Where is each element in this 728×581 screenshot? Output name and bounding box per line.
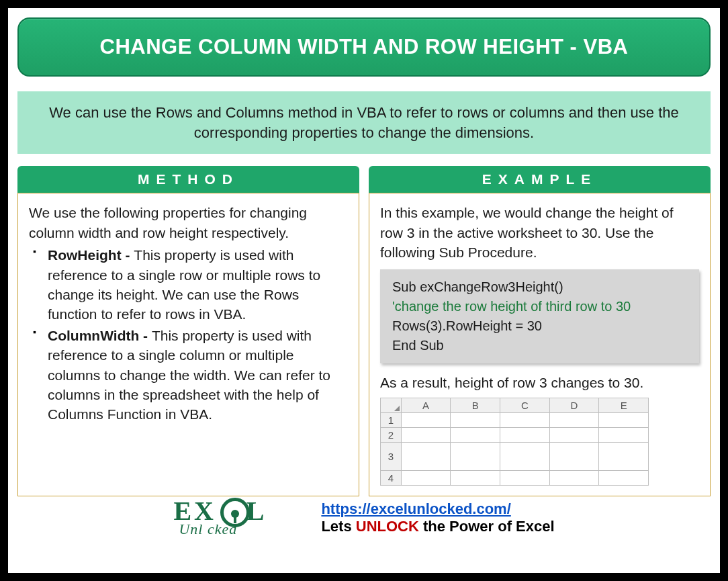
cell [401, 427, 451, 442]
code-block: Sub exChangeRow3Height() 'change the row… [380, 269, 699, 363]
col-header: B [451, 398, 500, 412]
row-header: 1 [381, 412, 402, 427]
code-line: Sub exChangeRow3Height() [392, 277, 687, 297]
cell [549, 442, 599, 470]
cell [500, 442, 550, 470]
cell [599, 442, 649, 470]
cell [549, 470, 599, 485]
cell [549, 412, 599, 427]
cell [401, 442, 451, 470]
method-tab: METHOD [17, 166, 359, 193]
example-panel: In this example, we would change the hei… [369, 193, 711, 496]
sheet-corner [381, 398, 402, 412]
cell [451, 427, 500, 442]
code-comment: 'change the row height of third row to 3… [392, 297, 687, 316]
cell [401, 470, 451, 485]
columns-wrap: METHOD We use the following properties f… [17, 166, 711, 496]
code-line: Rows(3).RowHeight = 30 [392, 316, 687, 336]
cell [500, 412, 550, 427]
document-card: CHANGE COLUMN WIDTH AND ROW HEIGHT - VBA… [0, 0, 728, 581]
example-tab: EXAMPLE [369, 166, 711, 193]
excel-unlocked-logo: EX EL Unl cked [173, 498, 301, 538]
spreadsheet-preview: A B C D E 1 2 3 [380, 398, 649, 486]
cell [500, 470, 550, 485]
example-result: As a result, height of row 3 changes to … [380, 373, 699, 392]
code-line: End Sub [392, 336, 687, 355]
cell [451, 412, 500, 427]
list-item: RowHeight - This property is used with r… [29, 245, 348, 324]
site-link[interactable]: https://excelunlocked.com/ [321, 500, 510, 517]
col-header: C [500, 398, 550, 412]
page-title: CHANGE COLUMN WIDTH AND ROW HEIGHT - VBA [17, 17, 711, 77]
method-panel: We use the following properties for chan… [17, 193, 359, 496]
cell [599, 470, 649, 485]
col-header: D [549, 398, 599, 412]
col-header: A [401, 398, 451, 412]
prop-name: ColumnWidth - [48, 328, 152, 343]
cell [549, 427, 599, 442]
cell [451, 442, 500, 470]
cell [401, 412, 451, 427]
method-lead: We use the following properties for chan… [29, 203, 348, 242]
cell [599, 412, 649, 427]
footer-text: https://excelunlocked.com/ Lets UNLOCK t… [321, 500, 554, 535]
row-header: 3 [381, 442, 402, 470]
sheet-row-tall: 3 [381, 442, 649, 470]
intro-text: We can use the Rows and Columns method i… [17, 91, 711, 154]
footer: EX EL Unl cked https://excelunlocked.com… [17, 498, 711, 538]
sheet-row: 4 [381, 470, 649, 485]
prop-name: RowHeight - [48, 247, 134, 263]
row-header: 4 [381, 470, 402, 485]
sheet-header-row: A B C D E [381, 398, 649, 412]
sheet-row: 1 [381, 412, 649, 427]
cell [451, 470, 500, 485]
col-header: E [599, 398, 649, 412]
tag-pre: Lets [321, 518, 355, 535]
logo-sub-text: Unl cked [179, 521, 237, 538]
property-list: RowHeight - This property is used with r… [29, 245, 348, 424]
cell [500, 427, 550, 442]
tagline: Lets UNLOCK the Power of Excel [321, 518, 554, 535]
list-item: ColumnWidth - This property is used with… [29, 326, 348, 424]
row-header: 2 [381, 427, 402, 442]
tag-post: the Power of Excel [419, 518, 555, 535]
sheet-row: 2 [381, 427, 649, 442]
example-lead: In this example, we would change the hei… [380, 203, 699, 262]
example-column: EXAMPLE In this example, we would change… [369, 166, 711, 496]
method-column: METHOD We use the following properties f… [17, 166, 359, 496]
cell [599, 427, 649, 442]
tag-unlock: UNLOCK [356, 518, 419, 535]
